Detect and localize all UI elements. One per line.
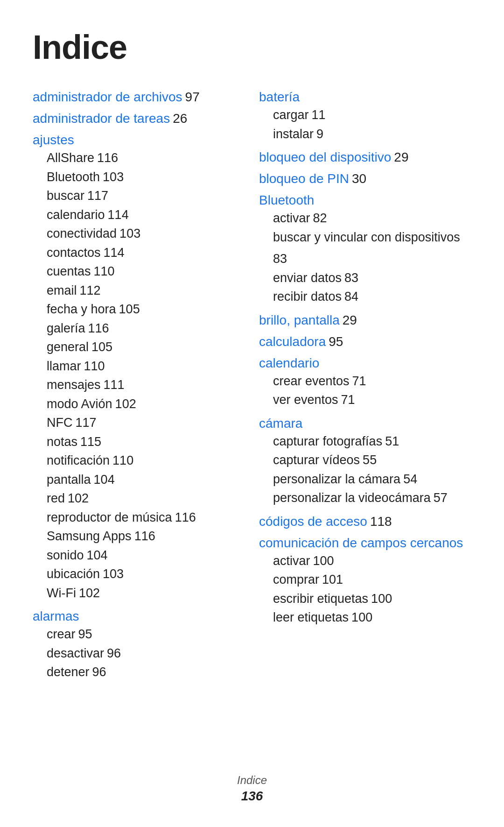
- sub-entry: llamar110: [47, 357, 245, 376]
- sub-entry-label: personalizar la videocámara: [273, 488, 431, 508]
- sub-entry-label: AllShare: [47, 148, 94, 168]
- entry-page: 26: [173, 111, 187, 126]
- sub-entry-label: Samsung Apps: [47, 527, 132, 546]
- sub-entry-label: cargar: [273, 106, 309, 125]
- entry-label[interactable]: calculadora: [259, 334, 326, 349]
- sub-entry-label: recibir datos: [273, 287, 342, 306]
- sub-entry: capturar fotografías51: [273, 432, 471, 451]
- main-entry[interactable]: calendario: [259, 356, 471, 371]
- sub-entry-page: 54: [403, 470, 417, 489]
- sub-entry: conectividad103: [47, 224, 245, 243]
- sub-entry-page: 82: [313, 209, 327, 228]
- sub-entry: enviar datos83: [273, 269, 471, 288]
- sub-entry-label: capturar fotografías: [273, 432, 382, 451]
- sub-entry-label: detener: [47, 663, 90, 682]
- sub-entry: Samsung Apps116: [47, 527, 245, 546]
- sub-entry-label: calendario: [47, 205, 105, 225]
- sub-entry: desactivar96: [47, 644, 245, 663]
- entry-page: 118: [370, 514, 392, 529]
- entry-group: administrador de tareas26: [33, 111, 245, 126]
- sub-entry: AllShare116: [47, 148, 245, 168]
- sub-entry-page: 116: [97, 148, 118, 168]
- sub-entry-page: 105: [119, 300, 140, 319]
- sub-entry-label: modo Avión: [47, 395, 112, 414]
- entry-label[interactable]: códigos de acceso: [259, 514, 367, 529]
- main-entry[interactable]: calculadora95: [259, 334, 471, 349]
- entry-group: calendariocrear eventos71ver eventos71: [259, 356, 471, 410]
- sub-entry-page: 105: [91, 338, 112, 357]
- sub-entry-page: 96: [92, 663, 106, 682]
- entry-label[interactable]: ajustes: [33, 133, 74, 148]
- entry-label[interactable]: Bluetooth: [259, 193, 314, 208]
- sub-entry-page: 100: [371, 589, 392, 608]
- entry-label[interactable]: administrador de archivos: [33, 90, 182, 105]
- entry-label[interactable]: comunicación de campos cercanos: [259, 536, 463, 551]
- entry-label[interactable]: calendario: [259, 356, 319, 371]
- sub-entry-page: 110: [84, 357, 105, 376]
- main-entry[interactable]: ajustes: [33, 133, 245, 148]
- main-entry[interactable]: cámara: [259, 416, 471, 431]
- sub-entry: notificación110: [47, 451, 245, 470]
- sub-entry: buscar y vincular con dispositivos83: [273, 228, 471, 269]
- sub-entry-label: mensajes: [47, 375, 101, 395]
- entry-page: 95: [329, 334, 343, 349]
- entry-page: 97: [185, 90, 200, 105]
- sub-entry-label: buscar y vincular con dispositivos: [273, 228, 460, 247]
- entry-label[interactable]: bloqueo del dispositivo: [259, 150, 391, 165]
- sub-entry: personalizar la videocámara57: [273, 488, 471, 508]
- sub-entry-label: crear: [47, 625, 76, 644]
- sub-entry-page: 101: [322, 570, 343, 589]
- sub-entry: general105: [47, 338, 245, 357]
- sub-entry-label: enviar datos: [273, 269, 342, 288]
- entry-group: códigos de acceso118: [259, 514, 471, 529]
- footer-label: Indice: [237, 774, 267, 787]
- entry-label[interactable]: bloqueo de PIN: [259, 171, 349, 186]
- sub-entry-label: NFC: [47, 413, 73, 432]
- entry-label[interactable]: alarmas: [33, 609, 79, 624]
- entry-label[interactable]: administrador de tareas: [33, 111, 170, 126]
- sub-entry-page: 114: [108, 205, 129, 225]
- sub-entry-page: 116: [134, 527, 155, 546]
- sub-entry: escribir etiquetas100: [273, 589, 471, 608]
- entry-group: alarmascrear95desactivar96detener96: [33, 609, 245, 682]
- sub-entry-label: Bluetooth: [47, 168, 100, 187]
- sub-entry: galería116: [47, 319, 245, 338]
- sub-entry-label: ver eventos: [273, 390, 338, 410]
- sub-entry-label: ubicación: [47, 565, 100, 584]
- entry-group: cámaracapturar fotografías51capturar víd…: [259, 416, 471, 508]
- sub-entry: Wi-Fi102: [47, 584, 245, 603]
- main-entry[interactable]: Bluetooth: [259, 193, 471, 208]
- sub-entry-label: notas: [47, 432, 77, 452]
- sub-entry: personalizar la cámara54: [273, 470, 471, 489]
- main-entry[interactable]: alarmas: [33, 609, 245, 624]
- main-entry[interactable]: comunicación de campos cercanos: [259, 536, 471, 551]
- sub-entry-label: comprar: [273, 570, 319, 589]
- main-entry[interactable]: códigos de acceso118: [259, 514, 471, 529]
- sub-entry-page: 110: [94, 262, 115, 281]
- sub-entry-label: personalizar la cámara: [273, 470, 400, 489]
- index-columns: administrador de archivos97administrador…: [33, 90, 471, 688]
- sub-entry-label: pantalla: [47, 470, 91, 489]
- main-entry[interactable]: administrador de archivos97: [33, 90, 245, 105]
- main-entry[interactable]: brillo, pantalla29: [259, 313, 471, 328]
- entry-page: 29: [343, 313, 357, 328]
- entry-page: 29: [394, 150, 408, 165]
- entry-label[interactable]: batería: [259, 90, 300, 105]
- sub-entry-page: 96: [107, 644, 121, 663]
- sub-entry-label: cuentas: [47, 262, 91, 281]
- main-entry[interactable]: administrador de tareas26: [33, 111, 245, 126]
- entry-group: comunicación de campos cercanosactivar10…: [259, 536, 471, 627]
- sub-entry-label: activar: [273, 551, 310, 571]
- sub-entry-page: 102: [115, 395, 136, 414]
- sub-entry: leer etiquetas100: [273, 608, 471, 627]
- sub-entry: sonido104: [47, 546, 245, 565]
- entry-label[interactable]: brillo, pantalla: [259, 313, 340, 328]
- main-entry[interactable]: bloqueo de PIN30: [259, 171, 471, 186]
- sub-entries: AllShare116Bluetooth103buscar117calendar…: [47, 148, 245, 602]
- main-entry[interactable]: batería: [259, 90, 471, 105]
- sub-entry-label: buscar: [47, 186, 84, 205]
- sub-entry: instalar9: [273, 125, 471, 144]
- main-entry[interactable]: bloqueo del dispositivo29: [259, 150, 471, 165]
- entry-label[interactable]: cámara: [259, 416, 302, 431]
- sub-entry: notas115: [47, 432, 245, 452]
